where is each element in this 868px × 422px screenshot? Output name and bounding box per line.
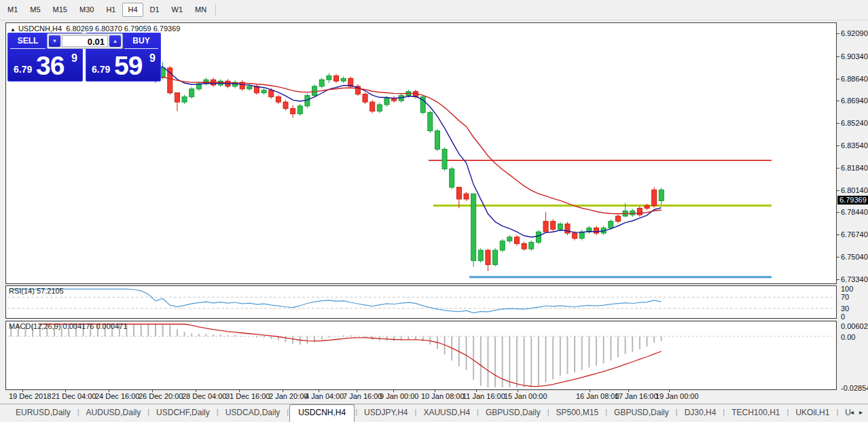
candle-body (160, 68, 165, 77)
timeframe-button-m15[interactable]: M15 (48, 3, 73, 17)
volume-decrease-button[interactable]: ▼ (49, 35, 60, 47)
candle-body (609, 222, 613, 228)
tab-scroll-right-icon[interactable]: ▸ (859, 408, 863, 416)
candle-body (370, 102, 375, 111)
chart-tab-xauusd-h4[interactable]: XAUUSD,H4 (417, 404, 476, 421)
timeframe-button-mn[interactable]: MN (189, 3, 212, 17)
candle-body (327, 76, 331, 80)
candle-body (312, 86, 317, 96)
time-axis-label: 2 Jan 20:00 (269, 392, 308, 400)
price-axis-label: 6.76740 (841, 230, 868, 239)
chart-tab-usdcad-daily[interactable]: USDCAD,Daily (219, 404, 287, 421)
candle-body (182, 96, 187, 102)
chart-tab-tech100-h1[interactable]: TECH100,H1 (725, 404, 786, 421)
time-axis-label: 24 Dec 16:00 (95, 392, 139, 400)
sell-price[interactable]: 6.79 36 9 (7, 49, 83, 82)
candle-body (384, 98, 389, 105)
candle-body (456, 188, 461, 199)
rsi-axis-label: 100 (841, 285, 853, 293)
candle-body (615, 216, 620, 222)
candle-body (377, 105, 382, 111)
candle-body (175, 93, 179, 103)
rsi-axis-label: 70 (841, 293, 849, 301)
chart-tab-usdchf-daily[interactable]: USDCHF,Daily (150, 404, 216, 421)
candle-body (478, 250, 483, 260)
collapse-icon[interactable]: ▲ (10, 27, 16, 33)
time-axis-label: 31 Dec 16:00 (225, 392, 270, 400)
price-tick-mark (837, 123, 839, 124)
time-axis[interactable]: 19 Dec 201821 Dec 04:0024 Dec 16:0026 De… (5, 390, 837, 403)
time-axis-label: 11 Jan 16:00 (463, 392, 505, 400)
tab-scroll-left-icon[interactable]: ◂ (850, 408, 854, 416)
candle-body (551, 222, 556, 230)
chart-tab-eurusd-daily[interactable]: EURUSD,Daily (10, 404, 77, 421)
timeframe-button-w1[interactable]: W1 (166, 3, 189, 17)
time-axis-label: 16 Jan 08:00 (576, 392, 619, 400)
buy-button[interactable]: BUY (124, 34, 158, 49)
candle-body (428, 113, 433, 131)
price-axis[interactable]: 6.920906.903406.886406.869406.852406.835… (837, 22, 868, 390)
price-tick-mark (837, 257, 839, 258)
time-axis-label: 19 Dec 2018 (9, 392, 51, 400)
candle-body (319, 80, 324, 86)
candle-body (645, 206, 649, 209)
timeframe-button-d1[interactable]: D1 (145, 3, 165, 17)
candle-body (341, 78, 346, 81)
timeframe-button-m1[interactable]: M1 (2, 3, 23, 17)
chart-title: ▲USDCNH,H4 6.80269 6.80370 6.79059 6.793… (10, 24, 180, 33)
candle-body (630, 211, 635, 215)
candle-body (493, 250, 498, 264)
candle-body (536, 232, 541, 242)
chart-tab-sp500-m15[interactable]: SP500,M15 (550, 404, 605, 421)
candle-body (558, 224, 562, 230)
timeframe-button-h4[interactable]: H4 (122, 3, 143, 17)
tab-separator: | (605, 408, 607, 416)
candle-body (522, 244, 526, 249)
time-axis-label: 19 Jan 00:00 (655, 392, 699, 400)
time-axis-label: 21 Dec 04:00 (52, 392, 96, 400)
candle-body (464, 194, 469, 199)
tab-separator: | (836, 408, 838, 416)
candle-body (500, 241, 505, 251)
rsi-pane: RSI(14) 57.2105 (5, 285, 837, 319)
tab-separator: | (547, 408, 549, 416)
sell-button[interactable]: SELL (10, 34, 46, 49)
candle-body (247, 86, 252, 89)
sell-price-pip: 9 (71, 52, 77, 65)
volume-input[interactable]: 0.01 (62, 35, 108, 47)
sell-price-big: 36 (36, 51, 64, 81)
sell-price-prefix: 6.79 (14, 64, 32, 75)
chart-tab-gbpusd-daily[interactable]: GBPUSD,Daily (480, 404, 547, 421)
macd-axis-label: 0.00 (841, 333, 855, 341)
chart-tab-usdcnh-h4[interactable]: USDCNH,H4 (289, 404, 355, 422)
rsi-value: 57.2105 (37, 287, 64, 295)
rsi-axis-label: 0 (841, 313, 845, 321)
one-click-trading-panel: SELL BUY ▼ 0.01 ▲ 6.79 36 9 6.79 59 9 (7, 33, 161, 82)
price-tick-mark (837, 79, 839, 80)
timeframe-button-m5[interactable]: M5 (24, 3, 46, 17)
main-chart-pane[interactable]: ▲USDCNH,H4 6.80269 6.80370 6.79059 6.793… (5, 22, 837, 284)
price-axis-label: 6.83540 (841, 141, 868, 150)
timeframe-button-h1[interactable]: H1 (101, 3, 121, 17)
chart-tab-dj30-h4[interactable]: DJ30,H4 (679, 404, 723, 421)
volume-increase-button[interactable]: ▲ (109, 35, 121, 47)
macd-value: 0.004176 0.000471 (62, 322, 127, 330)
candle-body (573, 233, 577, 239)
chart-tab-ukoil-h1[interactable]: UKOil,H1 (789, 404, 835, 421)
candle-body (659, 190, 664, 200)
price-axis-label: 6.88640 (841, 75, 868, 83)
candle-body (189, 89, 194, 97)
chart-ohlc-values: 6.80269 6.80370 6.79059 6.79369 (66, 24, 180, 33)
price-axis-label: 6.80140 (841, 186, 868, 194)
chart-tab-audusd-daily[interactable]: AUDUSD,Daily (80, 404, 147, 421)
chart-tab-gbpusd-daily[interactable]: GBPUSD,Daily (608, 404, 675, 421)
candle-body (652, 190, 657, 205)
timeframe-button-m30[interactable]: M30 (74, 3, 99, 17)
buy-price[interactable]: 6.79 59 9 (86, 49, 161, 82)
chart-tab-usdjpy-h4[interactable]: USDJPY,H4 (358, 404, 414, 421)
volume-stepper: ▼ 0.01 ▲ (47, 33, 123, 49)
macd-label: MACD(12,26,9) 0.004176 0.000471 (9, 322, 127, 330)
price-tick-mark (837, 279, 839, 280)
tab-scroll-controls: ◂▸ (845, 408, 863, 416)
price-tick-mark (837, 145, 839, 146)
